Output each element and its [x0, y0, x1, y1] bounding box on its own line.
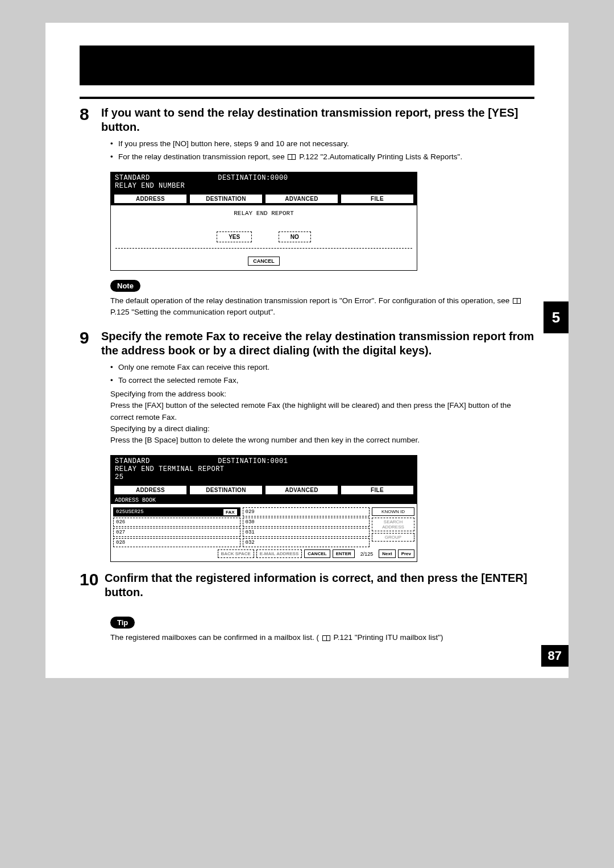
entry-num: 030: [246, 519, 255, 525]
address-column-2: 029 030 031 032: [243, 507, 370, 547]
address-entry[interactable]: 026: [113, 518, 240, 527]
step-number: 9: [80, 329, 101, 358]
bullet-dot: •: [110, 139, 118, 150]
search-address-button[interactable]: SEARCH ADDRESS: [372, 518, 414, 531]
step-9: 9 Specify the remote Fax to receive the …: [80, 329, 534, 358]
tab-address[interactable]: ADDRESS: [114, 194, 187, 204]
cross-reference: P.121 "Printing ITU mailbox list"): [333, 633, 443, 642]
address-entry-selected[interactable]: 025USER25 FAX: [113, 507, 240, 516]
address-entry[interactable]: 029: [243, 507, 370, 516]
fax-button[interactable]: FAX: [223, 509, 238, 516]
email-address-button[interactable]: E-MAIL ADDRESS: [256, 549, 302, 558]
prev-button[interactable]: Prev: [398, 549, 414, 558]
destination-counter: DESTINATION:0000: [218, 174, 288, 182]
tip-text: The registered mailboxes can be confirme…: [110, 632, 534, 643]
no-button[interactable]: NO: [279, 232, 311, 242]
yes-button[interactable]: YES: [217, 232, 252, 242]
bullet-item: • Only one remote Fax can receive this r…: [110, 362, 534, 373]
page: 8 If you want to send the relay destinat…: [45, 23, 569, 678]
cancel-button[interactable]: CANCEL: [304, 549, 330, 558]
known-id-button[interactable]: KNOWN ID: [372, 507, 414, 516]
cancel-button[interactable]: CANCEL: [248, 257, 280, 266]
step-title: If you want to send the relay destinatio…: [101, 106, 534, 134]
tab-file[interactable]: FILE: [341, 485, 414, 495]
tab-destination[interactable]: DESTINATION: [189, 194, 263, 204]
content-area: 8 If you want to send the relay destinat…: [45, 97, 569, 644]
entry-num: 025: [116, 509, 125, 515]
entry-num: 028: [116, 540, 125, 545]
tab-bar: ADDRESS DESTINATION ADVANCED FILE: [110, 192, 417, 205]
tab-file[interactable]: FILE: [341, 194, 414, 204]
entry-num: 027: [116, 530, 125, 535]
cross-reference: P.125 "Setting the communication report …: [110, 308, 275, 316]
tab-advanced[interactable]: ADVANCED: [265, 194, 338, 204]
page-number: 87: [541, 645, 569, 667]
book-icon: [322, 635, 330, 641]
instruction-line: Press the [B Space] button to delete the…: [110, 435, 534, 446]
book-icon: [288, 154, 296, 160]
panel-title: RELAY END REPORT: [115, 210, 412, 217]
step-number: 10: [80, 571, 105, 600]
address-column-1: 025USER25 FAX 026 027 028: [113, 507, 240, 547]
address-entry[interactable]: 032: [243, 538, 370, 547]
note-block: Note The default operation of the relay …: [110, 280, 534, 319]
bullet-dot: •: [110, 152, 118, 163]
address-entry[interactable]: 028: [113, 538, 240, 547]
list-title: ADDRESS BOOK: [110, 497, 417, 504]
entered-number: 25: [115, 473, 413, 481]
entry-num: 026: [116, 519, 125, 525]
enter-button[interactable]: ENTER: [333, 549, 355, 558]
entry-num: 031: [246, 530, 255, 535]
step-number: 8: [80, 106, 101, 134]
tab-address[interactable]: ADDRESS: [114, 485, 187, 495]
mode-label: STANDARD: [115, 174, 150, 182]
bullet-text: Only one remote Fax can receive this rep…: [118, 362, 534, 373]
chapter-tab: 5: [544, 301, 569, 333]
screen-body: RELAY END REPORT YES NO CANCEL: [110, 205, 417, 271]
screen-subtitle: RELAY END TERMINAL REPORT: [115, 465, 413, 473]
note-text: The default operation of the relay desti…: [110, 295, 534, 319]
destination-counter: DESTINATION:0001: [218, 457, 288, 465]
instruction-line: Specifying from the address book:: [110, 388, 534, 400]
instruction-line: Specifying by a direct dialing:: [110, 423, 534, 435]
bullet-item: • To correct the selected remote Fax,: [110, 375, 534, 386]
tab-advanced[interactable]: ADVANCED: [265, 485, 338, 495]
divider: [115, 248, 412, 249]
screen-subtitle: RELAY END NUMBER: [115, 182, 413, 190]
sidebar-buttons: KNOWN ID SEARCH ADDRESS GROUP: [372, 506, 414, 547]
ui-screenshot-2: STANDARD DESTINATION:0001 RELAY END TERM…: [110, 455, 417, 562]
tip-text-part: The registered mailboxes can be confirme…: [110, 633, 319, 642]
bullet-item: • If you press the [NO] button here, ste…: [110, 139, 534, 150]
bullet-text-part: For the relay destination transmission r…: [118, 152, 285, 161]
step-8: 8 If you want to send the relay destinat…: [80, 106, 534, 134]
tab-bar: ADDRESS DESTINATION ADVANCED FILE: [110, 483, 417, 497]
bullet-dot: •: [110, 375, 118, 386]
tip-label: Tip: [110, 617, 135, 629]
address-entry[interactable]: 031: [243, 528, 370, 537]
step-title: Confirm that the registered information …: [105, 571, 534, 600]
note-label: Note: [110, 280, 140, 292]
address-entry[interactable]: 027: [113, 528, 240, 537]
backspace-button[interactable]: BACK SPACE: [218, 549, 254, 558]
entry-num: 029: [246, 509, 255, 515]
step-title: Specify the remote Fax to receive the re…: [101, 329, 534, 358]
step-8-body: • If you press the [NO] button here, ste…: [110, 139, 534, 163]
footer-bar: BACK SPACE E-MAIL ADDRESS CANCEL ENTER 2…: [113, 549, 414, 558]
entry-num: 032: [246, 540, 255, 545]
bullet-dot: •: [110, 362, 118, 373]
ui-screenshot-1: STANDARD DESTINATION:0000 RELAY END NUMB…: [110, 172, 417, 271]
bullet-item: • For the relay destination transmission…: [110, 152, 534, 163]
bullet-text: To correct the selected remote Fax,: [118, 375, 534, 386]
address-entry[interactable]: 030: [243, 518, 370, 527]
tab-destination[interactable]: DESTINATION: [189, 485, 263, 495]
step-10: 10 Confirm that the registered informati…: [80, 571, 534, 600]
bullet-text: For the relay destination transmission r…: [118, 152, 534, 163]
screen-header: STANDARD DESTINATION:0001 RELAY END TERM…: [110, 455, 417, 483]
screen-header: STANDARD DESTINATION:0000 RELAY END NUMB…: [110, 172, 417, 192]
book-icon: [513, 298, 521, 304]
group-button[interactable]: GROUP: [372, 533, 414, 542]
address-book-panel: 025USER25 FAX 026 027 028 029 030 031: [110, 504, 417, 562]
mode-label: STANDARD: [115, 457, 150, 465]
bullet-text: If you press the [NO] button here, steps…: [118, 139, 534, 150]
next-button[interactable]: Next: [379, 549, 395, 558]
